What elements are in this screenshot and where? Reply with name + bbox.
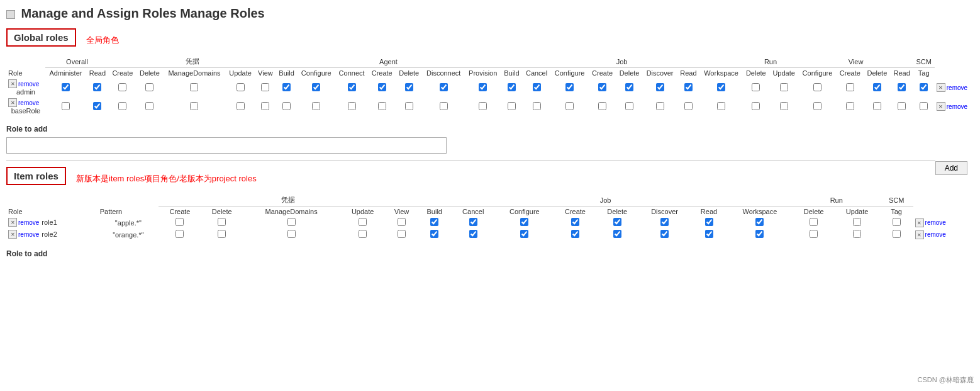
baserole-cred-view[interactable] bbox=[261, 102, 269, 110]
baserole-job-cancel[interactable] bbox=[533, 102, 541, 110]
baserole-job-create[interactable] bbox=[598, 102, 606, 110]
role1-job-configure[interactable] bbox=[520, 218, 528, 226]
baserole-overall-read[interactable] bbox=[93, 102, 101, 110]
admin-overall-read[interactable] bbox=[93, 83, 101, 91]
admin-agent-delete[interactable] bbox=[405, 83, 413, 91]
role2-cred-update[interactable] bbox=[359, 230, 367, 238]
remove-icon-role2-right[interactable]: ✕ bbox=[915, 230, 924, 239]
remove-icon-role2[interactable]: ✕ bbox=[8, 230, 17, 239]
remove-label-baserole-right[interactable]: remove bbox=[947, 103, 967, 110]
admin-job-create[interactable] bbox=[598, 83, 606, 91]
remove-label-baserole[interactable]: remove bbox=[18, 99, 39, 106]
role2-job-create[interactable] bbox=[571, 230, 579, 238]
role1-cred-create[interactable] bbox=[175, 218, 184, 226]
admin-view-create[interactable] bbox=[846, 83, 854, 91]
admin-agent-create[interactable] bbox=[378, 83, 386, 91]
baserole-view-configure[interactable] bbox=[813, 102, 821, 110]
role2-scm-tag[interactable] bbox=[893, 230, 901, 238]
baserole-agent-disconnect[interactable] bbox=[440, 102, 448, 110]
global-role-input[interactable] bbox=[6, 137, 447, 154]
role1-cred-managedomains[interactable] bbox=[287, 218, 296, 226]
baserole-job-build[interactable] bbox=[508, 102, 516, 110]
remove-icon-baserole[interactable]: ✕ bbox=[8, 98, 17, 107]
admin-cred-delete[interactable] bbox=[145, 83, 153, 91]
admin-run-delete[interactable] bbox=[752, 83, 760, 91]
baserole-agent-delete[interactable] bbox=[405, 102, 413, 110]
role2-cred-managedomains[interactable] bbox=[287, 230, 296, 238]
baserole-job-discover[interactable] bbox=[656, 102, 664, 110]
role2-job-delete[interactable] bbox=[613, 230, 621, 238]
role2-run-delete[interactable] bbox=[810, 230, 818, 238]
admin-job-workspace[interactable] bbox=[717, 83, 725, 91]
role1-cred-update[interactable] bbox=[359, 218, 367, 226]
remove-label-role1[interactable]: remove bbox=[18, 219, 39, 226]
role1-cred-delete[interactable] bbox=[218, 218, 226, 226]
role1-scm-tag[interactable] bbox=[893, 218, 901, 226]
admin-cred-update[interactable] bbox=[237, 83, 245, 91]
baserole-overall-administer[interactable] bbox=[62, 102, 70, 110]
baserole-cred-managedomains[interactable] bbox=[190, 102, 198, 110]
admin-agent-provision[interactable] bbox=[479, 83, 487, 91]
admin-overall-administer[interactable] bbox=[62, 83, 70, 91]
remove-label-right[interactable]: remove bbox=[947, 84, 967, 91]
admin-agent-connect[interactable] bbox=[348, 83, 356, 91]
baserole-cred-create[interactable] bbox=[118, 102, 126, 110]
role2-job-workspace[interactable] bbox=[755, 230, 764, 238]
role2-cred-delete[interactable] bbox=[218, 230, 226, 238]
admin-job-configure[interactable] bbox=[565, 83, 574, 91]
remove-icon-role1-right[interactable]: ✕ bbox=[915, 218, 924, 227]
baserole-job-read[interactable] bbox=[684, 102, 693, 110]
role1-job-read[interactable] bbox=[705, 218, 713, 226]
role1-job-delete[interactable] bbox=[613, 218, 621, 226]
baserole-view-delete[interactable] bbox=[873, 102, 881, 110]
baserole-agent-provision[interactable] bbox=[479, 102, 487, 110]
admin-job-delete[interactable] bbox=[625, 83, 633, 91]
admin-job-build[interactable] bbox=[508, 83, 516, 91]
admin-job-discover[interactable] bbox=[656, 83, 664, 91]
baserole-agent-configure[interactable] bbox=[312, 102, 320, 110]
baserole-run-delete[interactable] bbox=[752, 102, 760, 110]
admin-scm-tag[interactable] bbox=[920, 83, 928, 91]
baserole-agent-connect[interactable] bbox=[348, 102, 356, 110]
admin-run-update[interactable] bbox=[780, 83, 788, 91]
remove-label-role2[interactable]: remove bbox=[18, 231, 39, 238]
role1-cred-view[interactable] bbox=[398, 218, 406, 226]
admin-cred-managedomains[interactable] bbox=[190, 83, 198, 91]
baserole-scm-tag[interactable] bbox=[920, 102, 928, 110]
admin-job-read[interactable] bbox=[684, 83, 693, 91]
baserole-cred-update[interactable] bbox=[237, 102, 245, 110]
remove-label-role1-right[interactable]: remove bbox=[925, 219, 946, 226]
remove-icon-baserole-right[interactable]: ✕ bbox=[937, 102, 945, 111]
baserole-agent-build[interactable] bbox=[282, 102, 291, 110]
baserole-run-update[interactable] bbox=[780, 102, 788, 110]
baserole-view-create[interactable] bbox=[846, 102, 854, 110]
remove-label[interactable]: remove bbox=[18, 81, 39, 88]
role2-job-cancel[interactable] bbox=[469, 230, 477, 238]
role1-job-discover[interactable] bbox=[660, 218, 669, 226]
admin-agent-configure[interactable] bbox=[312, 83, 320, 91]
remove-icon-role1[interactable]: ✕ bbox=[8, 218, 17, 227]
role1-job-cancel[interactable] bbox=[469, 218, 477, 226]
role2-cred-create[interactable] bbox=[175, 230, 184, 238]
admin-cred-create[interactable] bbox=[118, 83, 126, 91]
role1-job-create[interactable] bbox=[571, 218, 579, 226]
baserole-job-workspace[interactable] bbox=[717, 102, 725, 110]
admin-view-delete[interactable] bbox=[873, 83, 881, 91]
role2-cred-view[interactable] bbox=[398, 230, 406, 238]
role1-run-delete[interactable] bbox=[810, 218, 818, 226]
global-add-button[interactable]: Add bbox=[935, 161, 967, 175]
role1-run-update[interactable] bbox=[853, 218, 861, 226]
baserole-agent-create[interactable] bbox=[378, 102, 386, 110]
baserole-cred-delete[interactable] bbox=[145, 102, 153, 110]
remove-label-role2-right[interactable]: remove bbox=[925, 231, 946, 238]
remove-icon-right[interactable]: ✕ bbox=[937, 83, 945, 92]
role2-job-discover[interactable] bbox=[660, 230, 669, 238]
role1-job-workspace[interactable] bbox=[755, 218, 764, 226]
baserole-job-configure[interactable] bbox=[565, 102, 574, 110]
baserole-job-delete[interactable] bbox=[625, 102, 633, 110]
role2-run-update[interactable] bbox=[853, 230, 861, 238]
admin-agent-build[interactable] bbox=[282, 83, 291, 91]
role2-job-configure[interactable] bbox=[520, 230, 528, 238]
admin-view-configure[interactable] bbox=[813, 83, 821, 91]
baserole-view-read[interactable] bbox=[898, 102, 906, 110]
